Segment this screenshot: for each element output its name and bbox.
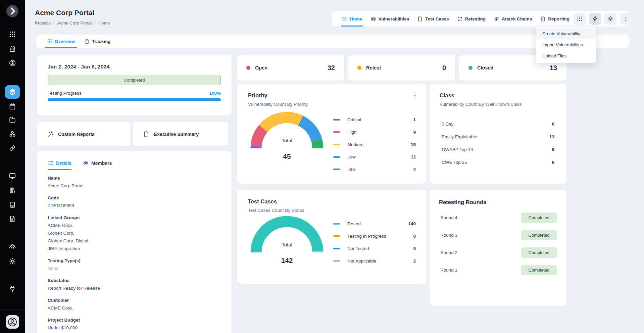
- priority-card-subtitle: Vulnerability Count By Priority: [248, 102, 416, 107]
- tab-members[interactable]: Members: [83, 160, 112, 170]
- sidebar-item-apps[interactable]: [0, 31, 25, 38]
- tab-tracking[interactable]: Tracking: [80, 35, 115, 48]
- quick-actions-button[interactable]: [589, 13, 601, 25]
- sidebar-item-integrations[interactable]: [0, 285, 25, 292]
- legend-row-critical: Critical 1: [333, 113, 416, 126]
- legend-row-high: High 9: [333, 126, 416, 138]
- gauge-segment-low: [300, 121, 316, 140]
- more-options-button[interactable]: [620, 13, 632, 25]
- not-tested-swatch: [333, 248, 340, 249]
- retesting-rounds-title: Retesting Rounds: [439, 199, 557, 205]
- class-row-owasp: OWASP Top 10 8: [440, 143, 556, 156]
- tab-details[interactable]: Details: [48, 160, 71, 170]
- retest-count: 0: [442, 64, 446, 72]
- breadcrumb-project[interactable]: Acme Corp Portal: [57, 20, 92, 26]
- test-cases-gauge-svg: Total 142: [250, 216, 324, 266]
- field-code: Code ZDEMO9999: [48, 194, 221, 209]
- sidebar-item-attack-chains[interactable]: [0, 144, 25, 152]
- menu-item-import-vulnerabilities[interactable]: Import Vulnerabilities: [536, 39, 596, 50]
- wand-icon: [47, 131, 54, 138]
- acme-portal-dashboard: Acme Corp Portal Projects / Acme Corp Po…: [0, 0, 644, 333]
- nav-item-retesting[interactable]: Retesting: [453, 11, 490, 27]
- modules-grid-button[interactable]: [574, 13, 586, 25]
- home-icon: [342, 16, 347, 22]
- analytics-icon: [9, 45, 16, 53]
- nav-item-home[interactable]: Home: [338, 11, 366, 27]
- lightning-icon: [592, 16, 598, 22]
- closed-status-dot: [468, 66, 473, 70]
- calendar-icon: [9, 103, 16, 110]
- open-count: 32: [328, 64, 335, 72]
- testing-progress-bar: [48, 98, 221, 101]
- timeline-card: Jan 2, 2024 - Jan 6, 2024 Completed Test…: [37, 55, 232, 115]
- priority-chart-card: Priority Vulnerability Count By Priority…: [237, 84, 427, 184]
- project-date-range: Jan 2, 2024 - Jan 6, 2024: [48, 64, 221, 70]
- kebab-icon: [412, 93, 418, 98]
- sidebar-item-analytics[interactable]: [0, 45, 25, 53]
- target-icon: [9, 59, 16, 67]
- sidebar-item-assets[interactable]: [0, 130, 25, 138]
- executive-summary-button[interactable]: Executive Summary: [133, 122, 228, 146]
- nav-item-test-cases[interactable]: Test Cases: [413, 11, 453, 27]
- gear-icon: [607, 16, 613, 22]
- sidebar-item-templates[interactable]: [0, 215, 25, 223]
- nav-item-vulnerabilities[interactable]: Vulnerabilities: [366, 11, 413, 27]
- sidebar-item-library[interactable]: [0, 187, 25, 194]
- legend-row-not-tested: Not Tested 0: [333, 242, 416, 255]
- round-row-3: Round 3 Completed: [439, 230, 557, 240]
- book-icon: [9, 201, 16, 208]
- sidebar-item-files[interactable]: [0, 116, 25, 124]
- breadcrumb-home[interactable]: Home: [98, 20, 110, 26]
- menu-item-upload-files[interactable]: Upload Files: [536, 50, 596, 61]
- sidebar-item-settings[interactable]: [0, 257, 25, 265]
- sidebar-item-projects-active[interactable]: [5, 85, 20, 99]
- round-row-2: Round 2 Completed: [439, 247, 557, 258]
- class-row-cwe: CWE Top 25 6: [440, 156, 556, 169]
- test-cases-total-label: Total: [282, 242, 292, 247]
- page-title: Acme Corp Portal: [35, 9, 94, 17]
- sidebar-item-calendar[interactable]: [0, 103, 25, 110]
- test-cases-chart-card: Test Cases Test Cases Count By Status To…: [237, 190, 427, 284]
- class-row-0day: 0 Day 0: [440, 117, 556, 130]
- settings-button[interactable]: [604, 13, 616, 25]
- breadcrumb: Projects / Acme Corp Portal / Home: [35, 20, 110, 26]
- quick-actions-menu: Create Vulnerability Import Vulnerabilit…: [536, 27, 596, 63]
- priority-legend: Critical 1 High 9 Medium 19 Low 12: [333, 113, 416, 176]
- high-swatch: [333, 131, 340, 133]
- gauge-segment-medium: [263, 117, 301, 129]
- users-icon: [9, 243, 16, 250]
- list-icon: [48, 160, 53, 166]
- testing-progress-label: Testing Progress: [48, 91, 82, 96]
- gear-icon: [9, 257, 16, 265]
- details-tabs: Details Members: [48, 160, 221, 170]
- status-card-open: Open 32: [237, 55, 344, 81]
- nav-item-reporting[interactable]: Reporting: [536, 11, 574, 27]
- custom-reports-label: Custom Reports: [58, 132, 95, 137]
- sidebar-expand-button[interactable]: [6, 5, 18, 17]
- chevron-right-icon: [6, 5, 18, 17]
- apps-grid-icon: [9, 31, 16, 38]
- sidebar-item-hosts[interactable]: [0, 172, 25, 180]
- menu-item-create-vulnerability[interactable]: Create Vulnerability: [536, 28, 596, 39]
- sidebar-item-vulnerabilities[interactable]: [0, 59, 25, 67]
- class-row-easily-exploitable: Easily Exploitable 13: [440, 130, 556, 143]
- breadcrumb-projects[interactable]: Projects: [35, 20, 51, 26]
- project-status-badge: Completed: [48, 75, 221, 85]
- nav-item-attack-chains[interactable]: Attack Chains: [490, 11, 536, 27]
- user-avatar[interactable]: [6, 315, 19, 329]
- field-testing-types: Testing Type(s) None: [48, 257, 221, 272]
- cluster-icon: [9, 130, 16, 138]
- sidebar-item-methodologies[interactable]: [0, 201, 25, 208]
- open-status-dot: [246, 66, 250, 70]
- tab-overview[interactable]: Overview: [42, 35, 80, 48]
- test-cases-card-subtitle: Test Cases Count By Status: [248, 208, 416, 213]
- testing-progress-value: 100%: [209, 91, 221, 96]
- legend-row-info: Info 4: [333, 163, 416, 176]
- avatar-person-icon: [7, 317, 17, 327]
- retesting-rounds-card: Retesting Rounds Round 4 Completed Round…: [430, 190, 566, 306]
- custom-reports-button[interactable]: Custom Reports: [37, 122, 131, 146]
- executive-summary-label: Executive Summary: [154, 132, 199, 137]
- priority-card-menu-button[interactable]: [410, 91, 419, 100]
- round-4-status-badge: Completed: [521, 212, 557, 223]
- sidebar-item-users[interactable]: [0, 243, 25, 250]
